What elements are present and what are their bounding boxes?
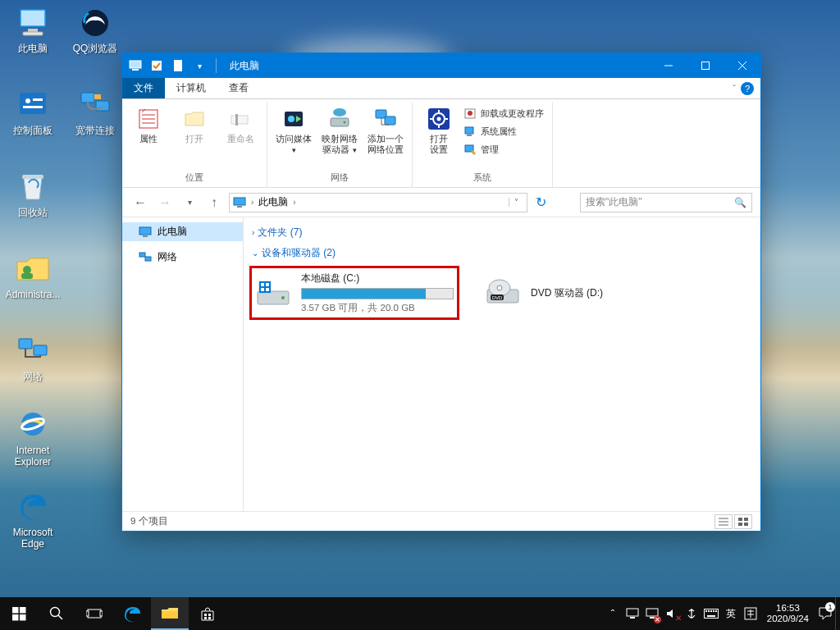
media-icon <box>281 106 307 132</box>
tray-ime-mode[interactable] <box>741 597 760 630</box>
minimize-button[interactable] <box>650 53 687 78</box>
qat-dropdown-icon[interactable]: ▾ <box>191 57 208 74</box>
taskbar-search-button[interactable] <box>38 597 75 630</box>
start-button[interactable] <box>0 597 38 630</box>
desktop-icon-this-pc[interactable]: 此电脑 <box>3 5 62 54</box>
rename-icon <box>227 106 253 132</box>
ribbon-right: ˇ ? <box>728 78 760 98</box>
svg-rect-61 <box>261 288 264 291</box>
tray-keyboard-icon[interactable] <box>701 597 721 630</box>
svg-rect-29 <box>235 114 238 126</box>
action-center-button[interactable]: 1 <box>815 597 835 630</box>
refresh-button[interactable]: ↻ <box>531 193 550 212</box>
tray-ime-lang[interactable]: 英 <box>721 597 741 630</box>
ribbon-map-drive[interactable]: 映射网络驱动器 ▾ <box>318 103 361 154</box>
taskbar-edge[interactable] <box>113 597 151 630</box>
ribbon-access-media[interactable]: 访问媒体 ▾ <box>272 103 315 154</box>
desktop-icon-control-panel[interactable]: 控制面板 <box>3 87 62 136</box>
desktop-icon-recycle-bin[interactable]: 回收站 <box>3 169 62 218</box>
svg-rect-90 <box>630 617 635 619</box>
taskbar-store[interactable] <box>189 597 226 630</box>
show-desktop-button[interactable] <box>835 597 840 630</box>
view-details-button[interactable] <box>714 514 733 529</box>
system-clock[interactable]: 16:53 2020/9/24 <box>760 603 815 624</box>
sysprops-icon <box>463 125 477 138</box>
ribbon-add-network-location[interactable]: 添加一个网络位置 <box>364 103 407 154</box>
search-input[interactable]: 搜索"此电脑" 🔍 <box>580 193 752 212</box>
desktop-icon-edge[interactable]: Microsoft Edge <box>3 489 62 550</box>
desktop-icon-label: Administra... <box>3 289 62 300</box>
svg-rect-71 <box>738 518 742 521</box>
svg-rect-3 <box>23 32 43 35</box>
close-button[interactable] <box>724 53 760 78</box>
breadcrumb[interactable]: 此电脑 <box>258 195 288 209</box>
group-header-folders[interactable]: › 文件夹 (7) <box>252 222 752 243</box>
ribbon-uninstall-programs[interactable]: 卸载或更改程序 <box>460 104 547 122</box>
ribbon: 属性 打开 重命名 位置 访问媒体 ▾ 映射网络驱动器 ▾ 添加一个网络位置 网… <box>122 99 760 188</box>
nav-up-button[interactable]: ↑ <box>204 193 224 212</box>
qat-item[interactable] <box>170 57 186 74</box>
tray-network-icon[interactable]: ✕ <box>642 597 662 630</box>
tray-overflow-button[interactable]: ˆ <box>603 597 623 630</box>
taskbar[interactable]: ˆ ✕ ✕ 英 16:53 2020/9/24 1 <box>0 597 840 630</box>
drive-name: 本地磁盘 (C:) <box>301 272 454 285</box>
collapse-ribbon-icon[interactable]: ˇ <box>733 84 736 94</box>
tray-volume-icon[interactable]: ✕ <box>662 597 682 630</box>
svg-rect-86 <box>208 614 211 616</box>
tab-computer[interactable]: 计算机 <box>165 78 217 98</box>
ribbon-group-label: 网络 <box>331 170 349 187</box>
qat-item[interactable] <box>148 57 165 74</box>
desktop-icon-qq-browser[interactable]: QQ浏览器 <box>66 5 125 54</box>
window-controls <box>650 53 760 78</box>
address-bar[interactable]: › 此电脑 › ˅ <box>229 193 527 212</box>
maximize-button[interactable] <box>687 53 724 78</box>
pc-icon[interactable] <box>127 57 144 74</box>
svg-rect-85 <box>204 614 207 616</box>
help-icon[interactable]: ? <box>741 82 754 95</box>
tray-display-icon[interactable] <box>623 597 642 630</box>
open-icon <box>181 106 208 132</box>
group-label: 文件夹 (7) <box>258 226 302 240</box>
ribbon-system-properties[interactable]: 系统属性 <box>460 122 547 140</box>
desktop-icon-network[interactable]: 网络 <box>3 333 62 382</box>
nav-recent-dropdown[interactable]: ▾ <box>180 193 199 212</box>
address-dropdown-icon[interactable]: ˅ <box>509 198 523 207</box>
nav-item-this-pc[interactable]: 此电脑 <box>122 222 243 241</box>
titlebar[interactable]: ▾ 此电脑 <box>122 53 760 78</box>
taskbar-file-explorer[interactable] <box>151 597 189 630</box>
manage-icon <box>463 143 477 156</box>
explorer-window: ▾ 此电脑 文件 计算机 查看 ˇ ? 属性 打开 重命名 位置 <box>121 52 761 532</box>
svg-rect-72 <box>744 518 748 521</box>
drive-c[interactable]: 本地磁盘 (C:) 3.57 GB 可用，共 20.0 GB <box>252 268 457 317</box>
content-pane[interactable]: › 文件夹 (7) ⌄ 设备和驱动器 (2) 本地磁盘 (C:) 3.57 GB… <box>244 217 760 511</box>
svg-rect-81 <box>88 609 101 618</box>
breadcrumb-chevron-icon[interactable]: › <box>251 198 253 207</box>
desktop-icon-administrator[interactable]: Administra... <box>3 251 62 300</box>
ribbon-open-settings[interactable]: 打开设置 <box>418 103 460 154</box>
drive-d[interactable]: DVD DVD 驱动器 (D:) <box>482 268 687 317</box>
nav-item-label: 网络 <box>158 250 177 264</box>
clock-date: 2020/9/24 <box>767 614 809 624</box>
taskbar-task-view-button[interactable] <box>75 597 113 630</box>
nav-item-network[interactable]: 网络 <box>122 248 243 267</box>
nav-forward-button[interactable]: → <box>155 193 175 212</box>
svg-rect-62 <box>266 288 269 291</box>
file-menu[interactable]: 文件 <box>122 78 165 98</box>
tab-view[interactable]: 查看 <box>217 78 260 98</box>
view-large-icons-button[interactable] <box>734 514 752 529</box>
desktop-icon-ie[interactable]: Internet Explorer <box>3 407 62 468</box>
ribbon-label: 映射网络驱动器 ▾ <box>322 134 358 154</box>
group-header-drives[interactable]: ⌄ 设备和驱动器 (2) <box>252 243 752 263</box>
ribbon-label: 重命名 <box>227 134 254 144</box>
nav-back-button[interactable]: ← <box>130 193 150 212</box>
desktop-icon-broadband[interactable]: 宽带连接 <box>66 87 125 136</box>
uninstall-icon <box>463 107 477 120</box>
navigation-pane[interactable]: 此电脑 网络 <box>122 217 244 511</box>
ribbon-small-label: 管理 <box>481 144 499 156</box>
tray-ime-icon[interactable] <box>682 597 701 630</box>
menu-bar: 文件 计算机 查看 ˇ ? <box>122 78 760 99</box>
ribbon-manage[interactable]: 管理 <box>460 140 547 158</box>
breadcrumb-chevron-icon[interactable]: › <box>293 198 295 207</box>
window-title: 此电脑 <box>230 59 259 73</box>
ribbon-properties[interactable]: 属性 <box>127 103 170 144</box>
